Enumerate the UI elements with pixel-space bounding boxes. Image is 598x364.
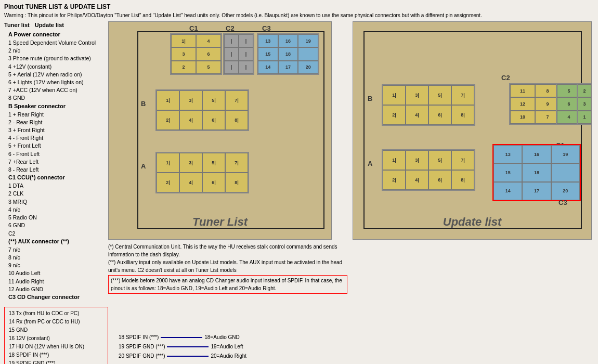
items-b: 1 + Rear Right 2 - Rear Right 3 + Front … <box>4 111 103 174</box>
wire-line-19 <box>167 346 209 347</box>
notes-section: (*) Central Communication Unit. This is … <box>108 243 347 294</box>
section-a-header: A Power connector <box>4 31 103 39</box>
tuner-list-diagram: C1 C2 C3 1| 4 3 6 2 5 | | | | | | <box>108 21 347 302</box>
items-c1: 1 DTA 2 CLK 3 MRIQ 4 n/c 5 Radio ON 6 GN… <box>4 182 103 229</box>
b-label-update: B <box>368 95 372 102</box>
left-panel: Tuner list Update list A Power connector… <box>4 21 103 302</box>
a-label-tuner: A <box>141 162 146 170</box>
items-c2: 7 n/c 8 n/c 9 n/c 10 Audio Left 11 Audio… <box>4 246 103 293</box>
items-a: 1 Speed Dependent Volume Control 2 n/c 3… <box>4 39 103 102</box>
note1: (*) Central Communication Unit. This is … <box>108 243 347 258</box>
note2: (**) Auxilliary input only available on … <box>108 258 347 274</box>
wire-19: 19 SPDIF GND (***) 19=Audio Left <box>119 342 246 352</box>
tuner-list-tab[interactable]: Tuner list <box>4 21 30 30</box>
aux-connector-header: (**) AUX connector (**) <box>4 238 103 246</box>
section-c3-header: C3 CD Changer connector <box>4 293 103 302</box>
bottom-left-list: 13 Tx (from HU to CDC or PC) 14 Rx (from… <box>4 307 108 364</box>
c3-label-update: C3 <box>558 199 567 206</box>
update-list-diagram: B 1| 3| 5| 7| 2| 4| 6| 8| A 1| 3| 5| 7| … <box>353 21 594 302</box>
warning-text: Warning : This pinout is for Philips/VDO… <box>0 11 588 21</box>
c2-label-update: C2 <box>501 74 510 82</box>
b-label-tuner: B <box>141 100 146 108</box>
section-b-header: B Speaker connector <box>4 102 103 111</box>
wire-18: 18 SPDIF IN (***) 18=Audio GND <box>119 333 246 342</box>
wire-line-18 <box>161 337 202 338</box>
a-label-update: A <box>368 160 372 167</box>
page-title: Pinout TUNER LIST & UPDATE LIST <box>0 0 598 11</box>
c1-cell: 1| <box>171 34 196 47</box>
c1-label-tuner: C1 <box>189 24 198 32</box>
section-c1-header: C1 CCU(*) connector <box>4 174 103 182</box>
note3: (***) Models before 2000 have an analog … <box>108 275 347 294</box>
update-list-label: Update list <box>443 215 501 229</box>
update-list-tab[interactable]: Update list <box>35 21 64 30</box>
section-c2: C2 <box>4 230 103 238</box>
c3-label-tuner: C3 <box>262 24 271 32</box>
bottom-section: 13 Tx (from HU to CDC or PC) 14 Rx (from… <box>0 304 598 364</box>
wire-20: 20 SPDIF GND (***) 20=Audio Right <box>119 352 246 361</box>
c2-label-tuner: C2 <box>226 24 235 32</box>
tuner-list-label: Tuner List <box>192 215 248 229</box>
bottom-right-wires: 18 SPDIF IN (***) 18=Audio GND 19 SPDIF … <box>119 307 246 364</box>
wire-line-20 <box>167 356 209 357</box>
